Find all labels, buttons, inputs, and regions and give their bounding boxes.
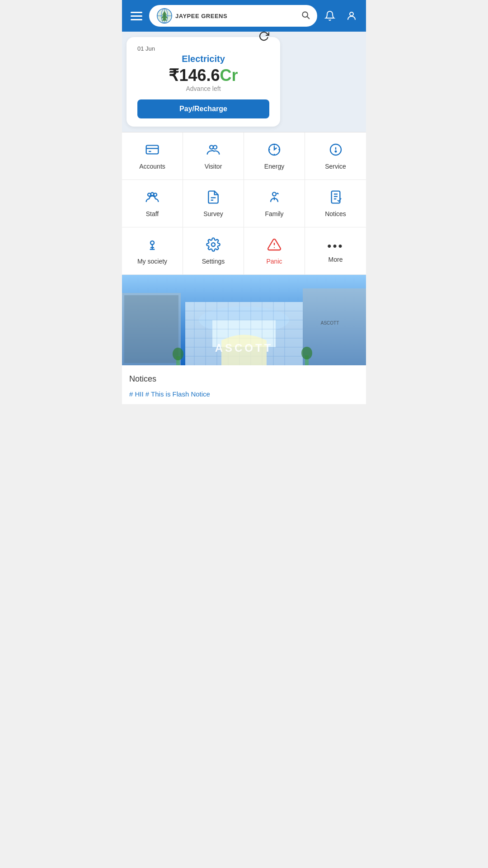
notices-icon bbox=[328, 190, 343, 207]
grid-item-energy[interactable]: Energy bbox=[244, 132, 305, 180]
notices-title: Notices bbox=[129, 374, 359, 384]
svg-point-11 bbox=[210, 145, 213, 149]
electricity-card: 01 Jun Electricity ₹146.6Cr Advance left… bbox=[127, 37, 280, 127]
grid-item-accounts[interactable]: Accounts bbox=[122, 132, 183, 180]
staff-label: Staff bbox=[146, 210, 159, 217]
staff-icon bbox=[145, 190, 160, 207]
visitor-label: Visitor bbox=[205, 163, 222, 170]
visitor-icon bbox=[206, 142, 221, 159]
card-date: 01 Jun bbox=[137, 45, 155, 52]
grid-item-staff[interactable]: Staff bbox=[122, 180, 183, 227]
app-header: JAYPEE GREENS bbox=[122, 0, 366, 32]
svg-text:ASCOTT: ASCOTT bbox=[321, 321, 339, 326]
grid-item-more[interactable]: ••• More bbox=[305, 227, 366, 275]
accounts-label: Accounts bbox=[139, 163, 165, 170]
card-section: 01 Jun Electricity ₹146.6Cr Advance left… bbox=[122, 32, 366, 132]
grid-item-family[interactable]: Family bbox=[244, 180, 305, 227]
grid-item-survey[interactable]: Survey bbox=[183, 180, 244, 227]
notices-label: Notices bbox=[325, 210, 346, 217]
search-button[interactable] bbox=[301, 10, 310, 22]
more-label: More bbox=[328, 256, 343, 263]
grid-item-notices[interactable]: Notices bbox=[305, 180, 366, 227]
building-banner: ASCOTT ASCOTT bbox=[122, 275, 366, 365]
svg-rect-42 bbox=[303, 288, 366, 365]
pay-recharge-button[interactable]: Pay/Recharge bbox=[137, 99, 269, 118]
family-label: Family bbox=[265, 210, 283, 217]
building-illustration: ASCOTT ASCOTT bbox=[122, 275, 366, 365]
logo-area: JAYPEE GREENS bbox=[156, 8, 296, 24]
svg-point-66 bbox=[301, 347, 312, 359]
energy-icon bbox=[267, 142, 282, 159]
logo-text: JAYPEE GREENS bbox=[175, 13, 227, 19]
my-society-icon bbox=[145, 237, 160, 254]
card-amount: ₹146.6Cr bbox=[137, 66, 269, 85]
svg-point-12 bbox=[213, 145, 217, 149]
profile-button[interactable] bbox=[343, 8, 360, 24]
svg-text:ASCOTT: ASCOTT bbox=[215, 342, 273, 354]
accounts-icon bbox=[145, 142, 160, 159]
card-subtitle: Advance left bbox=[137, 85, 269, 92]
flash-notice-text: # HII # This is Flash Notice bbox=[129, 389, 359, 400]
grid-item-panic[interactable]: Panic bbox=[244, 227, 305, 275]
survey-label: Survey bbox=[203, 210, 223, 217]
survey-icon bbox=[206, 190, 221, 207]
notification-button[interactable] bbox=[322, 8, 338, 24]
svg-rect-8 bbox=[146, 145, 159, 154]
svg-point-36 bbox=[211, 243, 215, 246]
header-icons bbox=[322, 8, 360, 24]
my-society-label: My society bbox=[137, 258, 167, 265]
svg-point-7 bbox=[350, 12, 353, 16]
grid-item-settings[interactable]: Settings bbox=[183, 227, 244, 275]
svg-point-33 bbox=[150, 241, 154, 245]
settings-icon bbox=[206, 237, 221, 254]
grid-item-service[interactable]: Service bbox=[305, 132, 366, 180]
refresh-button[interactable] bbox=[258, 32, 269, 44]
service-label: Service bbox=[325, 163, 346, 170]
card-title: Electricity bbox=[137, 54, 269, 64]
svg-point-38 bbox=[274, 247, 275, 248]
family-icon bbox=[267, 190, 282, 207]
energy-label: Energy bbox=[264, 163, 284, 170]
svg-rect-41 bbox=[124, 295, 178, 363]
svg-point-23 bbox=[154, 193, 157, 196]
menu-grid: Accounts Visitor Energy bbox=[122, 132, 366, 275]
svg-point-20 bbox=[335, 151, 336, 152]
svg-line-6 bbox=[307, 16, 310, 19]
notices-section: Notices # HII # This is Flash Notice bbox=[122, 365, 366, 404]
svg-point-26 bbox=[272, 192, 276, 196]
svg-point-64 bbox=[173, 348, 183, 360]
settings-label: Settings bbox=[202, 258, 225, 265]
panic-label: Panic bbox=[266, 258, 282, 265]
logo-icon bbox=[156, 8, 173, 24]
search-bar: JAYPEE GREENS bbox=[149, 5, 317, 27]
hamburger-button[interactable] bbox=[128, 9, 145, 23]
more-icon: ••• bbox=[327, 239, 343, 252]
grid-item-visitor[interactable]: Visitor bbox=[183, 132, 244, 180]
panic-icon bbox=[267, 237, 282, 254]
service-icon bbox=[328, 142, 343, 159]
grid-item-my-society[interactable]: My society bbox=[122, 227, 183, 275]
